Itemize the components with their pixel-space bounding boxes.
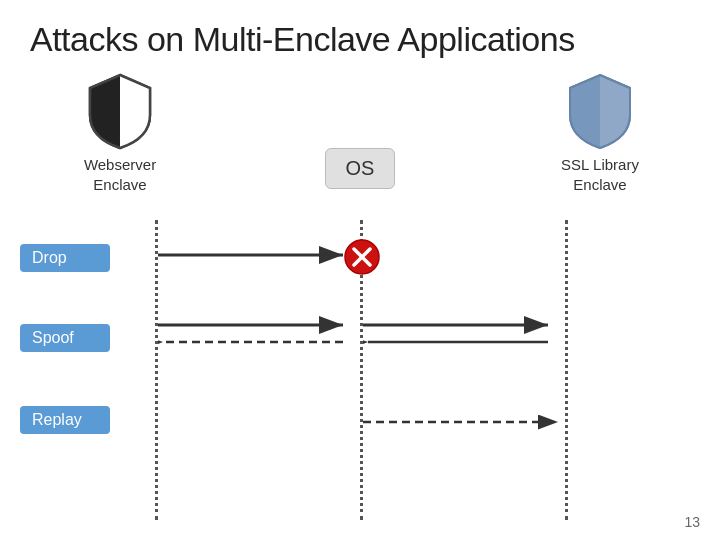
replay-arrow [363, 410, 573, 438]
os-box: OS [325, 148, 396, 189]
ssl-label: SSL LibraryEnclave [561, 155, 639, 194]
replay-label: Replay [20, 406, 110, 434]
drop-row: Drop [10, 228, 110, 288]
spoof-arrow-return-right [363, 330, 563, 358]
slide-number: 13 [684, 514, 700, 530]
spoof-arrow-return-left [158, 330, 358, 358]
drop-arrow [158, 240, 358, 270]
webserver-label: WebserverEnclave [84, 155, 156, 194]
drop-label: Drop [20, 244, 110, 272]
drop-x-icon [343, 238, 381, 280]
slide: Attacks on Multi-Enclave Applications We… [0, 0, 720, 540]
icons-row: WebserverEnclave OS SSL LibraryEnclave [0, 70, 720, 194]
webserver-block: WebserverEnclave [20, 70, 220, 194]
ssl-block: SSL LibraryEnclave [500, 70, 700, 194]
dotted-line-right [565, 220, 568, 520]
ssl-shield-icon [565, 70, 635, 150]
webserver-shield-icon [85, 70, 155, 150]
replay-row: Replay [10, 390, 110, 450]
spoof-label: Spoof [20, 324, 110, 352]
slide-title: Attacks on Multi-Enclave Applications [30, 20, 690, 59]
os-block: OS [260, 148, 460, 194]
spoof-row: Spoof [10, 308, 110, 368]
